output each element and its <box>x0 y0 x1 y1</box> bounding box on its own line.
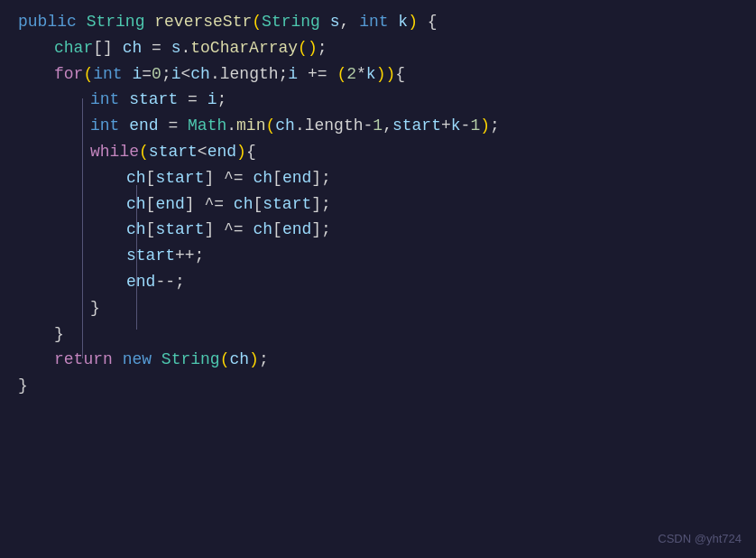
token-plain: ]; <box>311 217 331 243</box>
token-plain: - <box>461 113 471 139</box>
token-plain: ] ^= <box>204 165 253 191</box>
token-plain: { <box>395 61 405 88</box>
token-plain: [ <box>272 217 282 243</box>
token-plain: ; <box>318 35 327 61</box>
token-plain: --; <box>155 269 184 295</box>
code-line: } <box>18 295 738 321</box>
token-param: i <box>132 61 142 88</box>
code-line: int start = i; <box>18 87 738 113</box>
token-plain: = <box>159 113 188 139</box>
token-plain: < <box>181 61 191 88</box>
token-param: end <box>282 217 311 243</box>
token-param: k <box>366 61 376 88</box>
token-paren: ) <box>480 113 490 139</box>
code-line: while(start<end){ <box>18 139 738 165</box>
code-container: public String reverseStr(String s, int k… <box>0 0 756 558</box>
token-fn-name: toCharArray <box>190 35 298 61</box>
token-class-name: Math <box>188 113 226 139</box>
code-line: int end = Math.min(ch.length-1,start+k-1… <box>18 113 738 139</box>
token-param: i <box>171 61 181 88</box>
code-line: char[] ch = s.toCharArray(); <box>18 35 738 61</box>
token-kw-prim: int <box>359 9 398 35</box>
token-param: end <box>126 269 155 295</box>
token-plain: ; <box>259 347 269 373</box>
token-paren: ) <box>408 9 418 35</box>
token-param: ch <box>190 61 210 88</box>
token-param: start <box>149 139 198 165</box>
code-line: ch[end] ^= ch[start]; <box>18 191 738 218</box>
token-plain: [ <box>146 165 156 191</box>
token-param: k <box>451 113 461 139</box>
token-kw-type: char <box>54 35 93 61</box>
token-paren: ( <box>83 61 93 88</box>
code-line: } <box>18 373 738 399</box>
code-line: for(int i=0;i<ch.length;i += (2*k)){ <box>18 61 738 88</box>
code-line: end--; <box>18 269 738 295</box>
token-plain: = <box>142 61 152 88</box>
token-param: start <box>129 87 178 113</box>
token-plain: = <box>142 35 171 61</box>
code-line: ch[start] ^= ch[end]; <box>18 217 738 243</box>
code-line: ch[start] ^= ch[end]; <box>18 165 738 191</box>
token-plain: , <box>383 113 392 139</box>
indent-guide <box>82 98 83 358</box>
token-kw-type: String <box>262 9 330 35</box>
token-param: end <box>155 191 184 218</box>
token-kw-prim: new <box>123 347 161 373</box>
token-paren: )) <box>376 61 396 88</box>
token-param: s <box>171 35 181 61</box>
token-param: ch <box>234 191 254 218</box>
token-param: start <box>263 191 311 218</box>
token-plain: ; <box>161 61 171 88</box>
token-paren: ( <box>139 139 149 165</box>
token-plain: = <box>178 87 207 113</box>
token-plain: } <box>18 373 28 399</box>
token-plain: } <box>54 321 64 348</box>
token-param: s <box>330 9 340 35</box>
token-param: end <box>207 139 236 165</box>
token-kw-prim: int <box>90 87 129 113</box>
watermark: CSDN @yht724 <box>658 530 742 549</box>
token-plain: ]; <box>311 165 331 191</box>
token-kw-type: String <box>87 9 155 35</box>
token-plain: } <box>90 295 100 321</box>
code-line: start++; <box>18 243 738 269</box>
token-param: ch <box>253 165 272 191</box>
token-plain: ; <box>490 113 500 139</box>
token-num: 1 <box>373 113 383 139</box>
token-num: 0 <box>152 61 161 88</box>
token-plain: [ <box>272 165 282 191</box>
code-line: public String reverseStr(String s, int k… <box>18 9 738 35</box>
token-plain: [ <box>253 191 263 218</box>
token-plain: + <box>441 113 451 139</box>
token-fn-name: min <box>236 113 265 139</box>
token-plain: += <box>298 61 337 88</box>
token-plain: , <box>340 9 360 35</box>
token-kw-prim: int <box>93 61 132 88</box>
token-paren: () <box>298 35 318 61</box>
token-plain: . <box>226 113 236 139</box>
token-plain: ++; <box>175 243 204 269</box>
token-plain: .length; <box>210 61 288 88</box>
token-param: start <box>392 113 441 139</box>
code-block: public String reverseStr(String s, int k… <box>18 9 738 399</box>
token-plain: [ <box>146 217 156 243</box>
token-paren: ( <box>220 347 230 373</box>
token-kw-ctrl: while <box>90 139 139 165</box>
token-param: k <box>398 9 408 35</box>
token-param: ch <box>275 113 295 139</box>
indent-guide <box>136 185 137 330</box>
token-plain: .length- <box>295 113 373 139</box>
token-param: end <box>282 165 311 191</box>
token-string-cls: String <box>161 347 220 373</box>
token-param: start <box>155 217 204 243</box>
token-plain: < <box>198 139 207 165</box>
token-kw-public: public <box>18 9 87 35</box>
token-kw-ctrl: return <box>54 347 123 373</box>
token-kw-ctrl: for <box>54 61 83 88</box>
token-plain: [] <box>93 35 122 61</box>
token-fn-name: reverseStr <box>154 9 252 35</box>
token-plain: [ <box>146 191 156 218</box>
token-param: start <box>126 243 175 269</box>
token-param: end <box>129 113 158 139</box>
